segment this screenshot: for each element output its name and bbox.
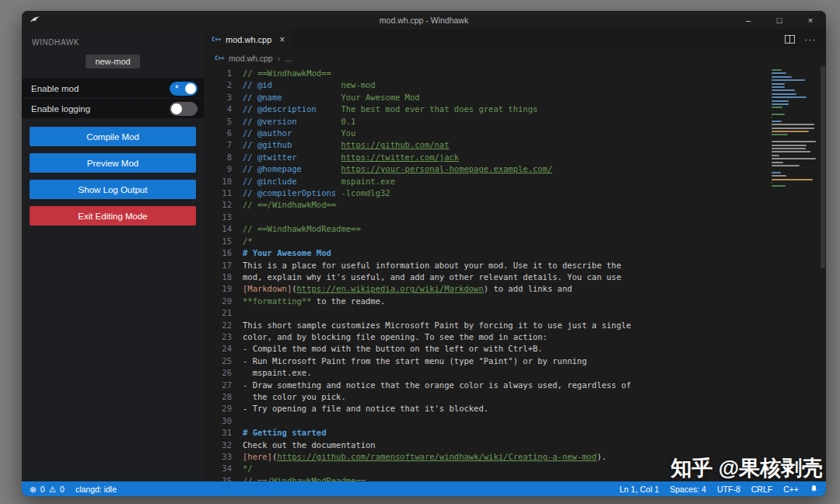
line-number[interactable]: 28 xyxy=(204,391,232,403)
enable-mod-toggle[interactable]: * xyxy=(170,82,198,96)
line-number[interactable]: 16 xyxy=(204,247,232,259)
line-number[interactable]: 9 xyxy=(204,163,232,175)
line-number[interactable]: 6 xyxy=(204,128,232,139)
eol-setting[interactable]: CRLF xyxy=(751,485,772,494)
tab-mod-wh-cpp[interactable]: C++ mod.wh.cpp × xyxy=(204,29,292,50)
line-number[interactable]: 26 xyxy=(204,367,232,379)
code-line[interactable]: 32Check out the documentation xyxy=(204,439,768,451)
clangd-status[interactable]: clangd: idle xyxy=(75,485,117,494)
line-number[interactable]: 5 xyxy=(204,116,232,128)
line-number[interactable]: 34 xyxy=(204,463,232,474)
code-line[interactable]: 9// @homepage https://your-personal-home… xyxy=(204,163,768,175)
more-actions-icon[interactable]: ··· xyxy=(804,33,817,45)
code-line[interactable]: 30 xyxy=(204,415,768,427)
line-number[interactable]: 19 xyxy=(204,283,232,295)
title-bar[interactable]: mod.wh.cpp - Windhawk – □ × xyxy=(22,11,826,29)
cursor-position[interactable]: Ln 1, Col 1 xyxy=(619,485,659,494)
line-number[interactable]: 8 xyxy=(204,152,232,163)
minimize-button[interactable]: – xyxy=(733,11,764,29)
code-line[interactable]: 23color, and by blocking file opening. T… xyxy=(204,331,768,343)
line-number[interactable]: 4 xyxy=(204,103,232,115)
code-line[interactable]: 10// @include mspaint.exe xyxy=(204,176,768,187)
code-line[interactable]: 17This is a place for useful information… xyxy=(204,260,768,271)
code-line[interactable]: 21 xyxy=(204,307,768,319)
line-number[interactable]: 14 xyxy=(204,223,232,235)
code-line[interactable]: 26 mspaint.exe. xyxy=(204,367,768,379)
code-line[interactable]: 14// ==WindhawkModReadme== xyxy=(204,223,768,235)
code-line[interactable]: 18mod, explain why it's useful, and add … xyxy=(204,271,768,283)
encoding-setting[interactable]: UTF-8 xyxy=(717,485,740,494)
code-line[interactable]: 6// @author You xyxy=(204,128,768,139)
tab-bar: C++ mod.wh.cpp × ··· xyxy=(204,29,826,50)
line-number[interactable]: 10 xyxy=(204,176,232,187)
code-line[interactable]: 31# Getting started xyxy=(204,427,768,439)
code-lines[interactable]: 1// ==WindhawkMod==2// @id new-mod3// @n… xyxy=(204,66,768,481)
code-line[interactable]: 28 the color you pick. xyxy=(204,391,768,403)
scrollbar-thumb[interactable] xyxy=(821,66,825,268)
code-line[interactable]: 25- Run Microsoft Paint from the start m… xyxy=(204,355,768,367)
code-line[interactable]: 15/* xyxy=(204,236,768,247)
line-number[interactable]: 13 xyxy=(204,212,232,223)
maximize-button[interactable]: □ xyxy=(764,11,795,29)
line-number[interactable]: 32 xyxy=(204,439,232,451)
compile-mod-button[interactable]: Compile Mod xyxy=(30,127,196,146)
breadcrumb-more[interactable]: ... xyxy=(285,54,292,63)
code-line[interactable]: 1// ==WindhawkMod== xyxy=(204,68,768,79)
problems-indicator[interactable]: ⊗ 0 ⚠ 0 xyxy=(30,485,65,494)
line-number[interactable]: 17 xyxy=(204,260,232,271)
line-number[interactable]: 1 xyxy=(204,68,232,79)
code-line[interactable]: 8// @twitter https://twitter.com/jack xyxy=(204,152,768,163)
code-line[interactable]: 20**formatting** to the readme. xyxy=(204,296,768,307)
code-line[interactable]: 12// ==/WindhawkMod== xyxy=(204,199,768,211)
code-line[interactable]: 3// @name Your Awesome Mod xyxy=(204,92,768,103)
enable-logging-toggle[interactable]: * xyxy=(170,102,198,116)
code-text: [here](https://github.com/ramensoftware/… xyxy=(243,451,607,463)
exit-editing-mode-button[interactable]: Exit Editing Mode xyxy=(30,206,196,226)
line-number[interactable]: 15 xyxy=(204,236,232,247)
line-number[interactable]: 31 xyxy=(204,427,232,439)
line-number[interactable]: 3 xyxy=(204,92,232,103)
code-line[interactable]: 29- Try opening a file and notice that i… xyxy=(204,403,768,415)
line-number[interactable]: 18 xyxy=(204,271,232,283)
enable-mod-row: Enable mod * xyxy=(22,79,204,98)
line-number[interactable]: 7 xyxy=(204,139,232,151)
line-number[interactable]: 30 xyxy=(204,415,232,427)
code-line[interactable]: 19[Markdown](https://en.wikipedia.org/wi… xyxy=(204,283,768,295)
split-editor-icon[interactable] xyxy=(785,35,795,44)
show-log-output-button[interactable]: Show Log Output xyxy=(30,180,196,199)
breadcrumb[interactable]: C++ mod.wh.cpp › ... xyxy=(204,50,826,66)
code-line[interactable]: 2// @id new-mod xyxy=(204,79,768,91)
preview-mod-button[interactable]: Preview Mod xyxy=(30,153,196,173)
line-number[interactable]: 11 xyxy=(204,187,232,199)
notifications-bell-icon[interactable] xyxy=(810,485,818,493)
tab-close-icon[interactable]: × xyxy=(279,34,285,45)
line-number[interactable]: 20 xyxy=(204,296,232,307)
line-number[interactable]: 24 xyxy=(204,343,232,355)
line-number[interactable]: 35 xyxy=(204,475,232,481)
minimap[interactable] xyxy=(768,66,820,481)
code-line[interactable]: 24- Compile the mod with the button on t… xyxy=(204,343,768,355)
line-number[interactable]: 27 xyxy=(204,380,232,391)
code-line[interactable]: 4// @description The best mod ever that … xyxy=(204,103,768,115)
line-number[interactable]: 29 xyxy=(204,403,232,415)
line-number[interactable]: 33 xyxy=(204,451,232,463)
breadcrumb-file[interactable]: mod.wh.cpp xyxy=(229,54,273,63)
line-number[interactable]: 12 xyxy=(204,199,232,211)
code-line[interactable]: 13 xyxy=(204,212,768,223)
language-mode[interactable]: C++ xyxy=(783,485,799,494)
indentation-setting[interactable]: Spaces: 4 xyxy=(670,485,706,494)
close-button[interactable]: × xyxy=(795,11,826,29)
code-line[interactable]: 11// @compilerOptions -lcomdlg32 xyxy=(204,187,768,199)
line-number[interactable]: 21 xyxy=(204,307,232,319)
line-number[interactable]: 25 xyxy=(204,355,232,367)
code-line[interactable]: 22This short sample customizes Microsoft… xyxy=(204,320,768,331)
editor-scrollbar[interactable] xyxy=(820,66,826,481)
code-line[interactable]: 7// @github https://github.com/nat xyxy=(204,139,768,151)
line-number[interactable]: 22 xyxy=(204,320,232,331)
code-line[interactable]: 5// @version 0.1 xyxy=(204,116,768,128)
line-number[interactable]: 23 xyxy=(204,331,232,343)
code-line[interactable]: 16# Your Awesome Mod xyxy=(204,247,768,259)
minimap-line xyxy=(772,100,789,102)
code-line[interactable]: 27- Draw something and notice that the o… xyxy=(204,380,768,391)
line-number[interactable]: 2 xyxy=(204,79,232,91)
